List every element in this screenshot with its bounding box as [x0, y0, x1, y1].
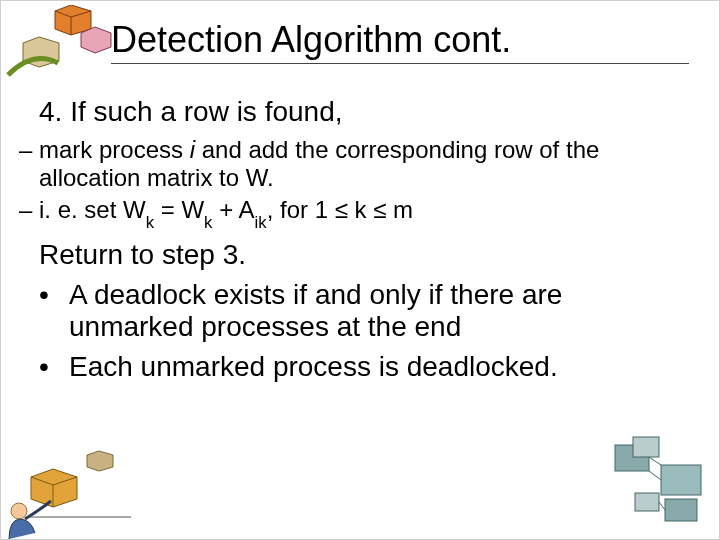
- svg-rect-5: [661, 465, 701, 495]
- deco-person-bottom-left: [1, 449, 131, 539]
- sub2-prefix: i. e. set W: [39, 196, 146, 223]
- sub2-plus: + A: [212, 196, 254, 223]
- sub2-rest: , for 1 ≤ k ≤ m: [267, 196, 413, 223]
- svg-point-12: [11, 503, 27, 519]
- sub2-mid: = W: [154, 196, 204, 223]
- slide-container: Detection Algorithm cont. 4. If such a r…: [0, 0, 720, 540]
- bullet-2: Each unmarked process is deadlocked.: [39, 351, 689, 383]
- svg-marker-11: [31, 469, 77, 507]
- svg-rect-4: [633, 437, 659, 457]
- svg-marker-13: [87, 451, 113, 471]
- step4-header: 4. If such a row is found,: [39, 96, 689, 128]
- deco-cubes-top-left: [3, 5, 123, 85]
- content-body: 4. If such a row is found, mark process …: [39, 96, 689, 391]
- return-line: Return to step 3.: [39, 239, 689, 271]
- step4-sub1: mark process i and add the corresponding…: [39, 136, 689, 192]
- svg-marker-1: [81, 27, 111, 53]
- svg-rect-7: [635, 493, 659, 511]
- svg-rect-6: [665, 499, 697, 521]
- sub2-k2: k: [204, 213, 212, 232]
- sub2-ik: ik: [255, 213, 267, 232]
- title-underline: [111, 63, 689, 64]
- bullet-1: A deadlock exists if and only if there a…: [39, 279, 689, 343]
- svg-line-8: [649, 471, 661, 480]
- step4-sub2-formula: i. e. set Wk = Wk + Aik, for 1 ≤ k ≤ m: [39, 196, 689, 229]
- sub2-k1: k: [146, 213, 154, 232]
- deco-computers-bottom-right: [605, 435, 715, 535]
- sub1-part1: mark process: [39, 136, 190, 163]
- page-title: Detection Algorithm cont.: [111, 19, 511, 61]
- svg-line-9: [649, 457, 661, 465]
- svg-line-10: [659, 502, 665, 510]
